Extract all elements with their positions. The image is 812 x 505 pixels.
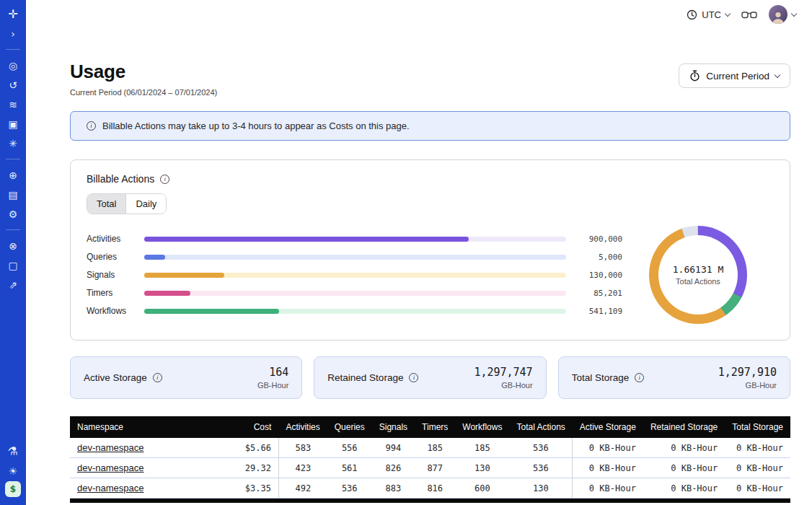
namespace-link[interactable]: dev-namespace — [77, 483, 144, 493]
stat-card: Retained Storage1,297,747GB-Hour — [314, 356, 546, 399]
collapse-icon[interactable]: › — [4, 25, 22, 43]
table-row: dev-namespace29.324235618268771305360 KB… — [70, 458, 790, 478]
stat-label: Total Storage — [572, 372, 630, 383]
cell-activities: 423 — [278, 458, 327, 478]
info-icon[interactable] — [635, 373, 644, 382]
stat-value: 1,297,910 — [718, 366, 777, 379]
info-icon[interactable] — [160, 175, 169, 184]
header-row: NamespaceCostActivitiesQueriesSignalsTim… — [70, 416, 790, 438]
close-circle-icon[interactable]: ⊗ — [4, 237, 22, 255]
theme-sun-icon[interactable]: ☀ — [4, 462, 22, 480]
sidebar-divider — [6, 159, 20, 159]
bar-row: Queries5,000 — [87, 248, 622, 266]
info-icon[interactable] — [409, 373, 418, 382]
bar-track — [144, 291, 566, 296]
cell-activities: 583 — [278, 438, 327, 458]
asterisk-icon[interactable]: ✳ — [4, 134, 22, 152]
col-total-storage: Total Storage — [725, 416, 790, 438]
external-link-icon[interactable]: ⇗ — [4, 276, 22, 294]
info-icon — [87, 121, 96, 131]
avatar-image — [771, 10, 785, 24]
cell-queries: 556 — [327, 438, 372, 458]
stat-label: Active Storage — [84, 372, 147, 383]
stat-label-wrap: Active Storage — [84, 372, 162, 383]
stat-unit: GB-Hour — [257, 381, 288, 390]
donut-center-value: 1.66131 M — [673, 264, 723, 275]
info-icon[interactable] — [153, 373, 162, 382]
period-selector-label: Current Period — [706, 71, 769, 82]
cell-namespace: dev-namespace — [70, 478, 221, 499]
period-selector-button[interactable]: Current Period — [679, 63, 790, 88]
tab-daily[interactable]: Daily — [125, 194, 166, 214]
bar-value: 5,000 — [576, 252, 622, 262]
page-head: Usage Current Period (06/01/2024 – 07/01… — [70, 61, 790, 97]
cell-namespace: dev-namespace — [70, 458, 221, 478]
settings-gear-icon[interactable]: ⚙ — [4, 205, 22, 223]
col-total-actions: Total Actions — [509, 416, 572, 438]
donut-hole: 1.66131 M Total Actions — [658, 235, 738, 315]
namespace-link[interactable]: dev-namespace — [77, 442, 144, 453]
cell-queries: 561 — [327, 458, 372, 478]
credits-dollar-icon[interactable]: $ — [5, 481, 21, 497]
cell-namespace: dev-namespace — [70, 438, 221, 458]
sidebar-divider — [6, 49, 20, 50]
avatar — [769, 5, 787, 24]
docs-icon[interactable]: ▢ — [4, 256, 22, 274]
col-activities: Activities — [278, 416, 327, 438]
billing-card-icon[interactable]: ▤ — [4, 185, 22, 203]
bar-fill — [144, 309, 279, 314]
cube-icon[interactable]: ▣ — [4, 115, 22, 133]
cell-activities: 492 — [278, 478, 327, 499]
tab-total[interactable]: Total — [87, 194, 125, 214]
chevron-down-icon — [791, 10, 797, 16]
billable-actions-title: Billable Actions — [87, 173, 154, 185]
col-namespace: Namespace — [70, 416, 221, 438]
cell-cost: $3.35 — [221, 478, 278, 499]
bar-chart: Activities900,000Queries5,000Signals130,… — [87, 230, 622, 320]
col-retained-storage: Retained Storage — [643, 416, 725, 438]
info-banner: Billable Actions may take up to 3-4 hour… — [70, 111, 790, 141]
stat-value-wrap: 1,297,910GB-Hour — [718, 366, 777, 390]
cell-total-storage: 0 KB-Hour — [725, 458, 790, 478]
cell-timers: 816 — [415, 478, 455, 499]
total-actions-donut: 1.66131 M Total Actions — [649, 226, 747, 324]
sidebar-divider — [6, 229, 20, 230]
layers-icon[interactable]: ≋ — [4, 95, 22, 113]
table-footer-partial — [70, 499, 790, 503]
chart-area: Activities900,000Queries5,000Signals130,… — [87, 226, 774, 324]
timezone-selector[interactable]: UTC — [687, 9, 730, 20]
glasses-icon[interactable] — [741, 9, 757, 20]
namespace-link[interactable]: dev-namespace — [77, 462, 144, 473]
bar-track — [144, 255, 566, 260]
cell-timers: 877 — [415, 458, 455, 478]
bar-fill — [144, 237, 469, 242]
table-row: dev-namespace$5.665835569941851855360 KB… — [70, 438, 790, 458]
clock-icon — [687, 9, 697, 20]
donut-center-label: Total Actions — [676, 277, 720, 286]
chevron-down-icon — [775, 71, 780, 77]
timezone-label: UTC — [702, 9, 721, 20]
bar-label: Timers — [87, 288, 144, 298]
bar-label: Queries — [87, 252, 144, 262]
account-menu[interactable] — [769, 5, 796, 24]
sidebar: ✛›◎↺≋▣✳⊕▤⚙⊗▢⇗ ⚗☀$ — [0, 0, 26, 505]
history-icon[interactable]: ↺ — [4, 76, 22, 94]
cell-signals: 994 — [372, 438, 415, 458]
cell-total-storage: 0 KB-Hour — [725, 438, 790, 458]
lab-flask-icon[interactable]: ⚗ — [4, 442, 22, 460]
billable-actions-card: Billable Actions TotalDaily Activities90… — [70, 159, 790, 341]
globe-icon[interactable]: ⊕ — [4, 166, 22, 184]
cell-total-actions: 536 — [509, 438, 572, 458]
bar-fill — [144, 291, 190, 296]
cell-workflows: 600 — [455, 478, 509, 499]
cell-retained-storage: 0 KB-Hour — [643, 438, 725, 458]
bar-value: 85,201 — [576, 289, 622, 298]
target-icon[interactable]: ◎ — [4, 56, 22, 74]
col-active-storage: Active Storage — [573, 416, 643, 438]
cell-total-actions: 130 — [509, 478, 572, 499]
stat-value-wrap: 1,297,747GB-Hour — [474, 366, 532, 390]
bar-fill — [144, 255, 165, 260]
page-title: Usage — [70, 61, 217, 83]
topbar: UTC — [26, 0, 812, 29]
logo-icon[interactable]: ✛ — [4, 5, 22, 23]
